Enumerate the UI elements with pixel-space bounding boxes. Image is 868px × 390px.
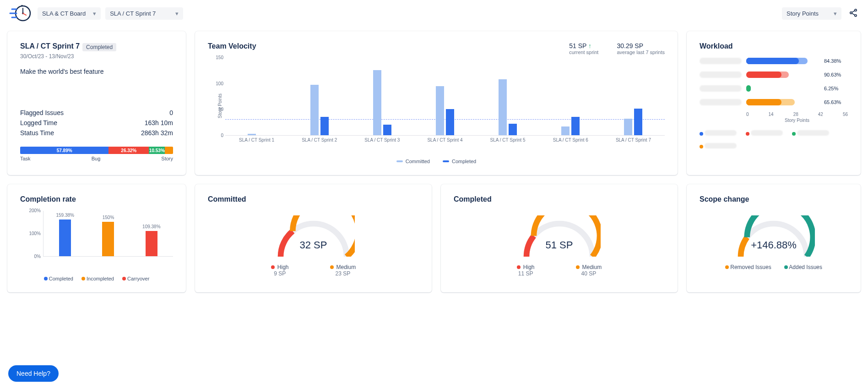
arrow-up-icon: ↑ xyxy=(588,42,591,49)
chevron-down-icon: ▾ xyxy=(93,10,96,17)
unit-select-label: Story Points xyxy=(787,10,819,17)
legend-item: Committed xyxy=(396,159,430,164)
completion-card: Completion rate 0%100%200%159.38%150%109… xyxy=(7,184,186,292)
issue-type-bar: 57.89%26.32%10.53% xyxy=(20,147,173,154)
flagged-value: 0 xyxy=(169,109,173,116)
workload-legend xyxy=(700,130,848,149)
completion-title: Completion rate xyxy=(20,195,173,203)
issue-type-legend: TaskBugStory xyxy=(20,156,173,161)
sprint-goal: Make the world's best feature xyxy=(20,68,173,75)
share-button[interactable] xyxy=(846,8,861,19)
workload-row: 90.63% xyxy=(700,71,848,78)
app-logo xyxy=(7,4,33,23)
workload-title: Workload xyxy=(700,42,848,50)
statustime-value: 2863h 32m xyxy=(141,129,173,137)
velocity-current-label: current sprint xyxy=(569,49,598,55)
completion-legend: Completed Incompleted Carryover xyxy=(20,276,173,281)
status-badge: Completed xyxy=(82,43,116,51)
sprint-dates: 30/Oct/23 - 13/Nov/23 xyxy=(20,53,173,60)
logged-label: Logged Time xyxy=(20,119,57,126)
statustime-label: Status Time xyxy=(20,129,54,137)
sprint-title: SLA / CT Sprint 7 xyxy=(20,42,80,50)
header: SLA & CT Board ▾ SLA / CT Sprint 7 ▾ Sto… xyxy=(7,4,861,23)
committed-value: 32 SP xyxy=(300,239,327,251)
completion-chart: 0%100%200%159.38%150%109.38% xyxy=(43,211,173,257)
sprint-select-label: SLA / CT Sprint 7 xyxy=(110,10,156,17)
scope-title: Scope change xyxy=(700,195,749,203)
svg-line-3 xyxy=(23,13,26,15)
sprint-select[interactable]: SLA / CT Sprint 7 ▾ xyxy=(105,7,183,20)
workload-axis-label: Story Points xyxy=(700,118,848,123)
workload-row: 65.63% xyxy=(700,99,848,105)
scope-value: +146.88% xyxy=(751,239,797,251)
scope-card: Scope change +146.88% Removed Issues Add… xyxy=(687,184,861,292)
velocity-chart: Story Points 050100150 SLA / CT Sprint 1… xyxy=(208,58,665,154)
board-select[interactable]: SLA & CT Board ▾ xyxy=(38,7,101,20)
committed-card: Committed 32 SP High 9 SP Medium 23 SP xyxy=(195,184,432,292)
velocity-current: 51 SP xyxy=(569,42,586,49)
unit-select[interactable]: Story Points ▾ xyxy=(782,7,841,20)
completed-title: Completed xyxy=(454,195,492,203)
svg-line-9 xyxy=(852,13,855,15)
board-select-label: SLA & CT Board xyxy=(42,10,86,17)
workload-card: Workload 84.38%90.63%6.25%65.63% 0142842… xyxy=(687,31,861,175)
completed-value: 51 SP xyxy=(546,239,573,251)
completed-card: Completed 51 SP High 11 SP Medium 40 SP xyxy=(441,184,678,292)
chevron-down-icon: ▾ xyxy=(834,10,837,17)
velocity-avg: 30.29 SP xyxy=(617,42,665,49)
logged-value: 163h 10m xyxy=(145,119,173,126)
chevron-down-icon: ▾ xyxy=(175,10,179,17)
flagged-label: Flagged Issues xyxy=(20,109,64,116)
velocity-ylabel: Story Points xyxy=(217,93,222,118)
legend-item: Completed xyxy=(443,159,476,164)
workload-axis: 014284256 xyxy=(700,112,848,117)
sprint-info-card: SLA / CT Sprint 7 Completed 30/Oct/23 - … xyxy=(7,31,186,175)
svg-point-4 xyxy=(21,5,23,7)
committed-title: Committed xyxy=(208,195,246,203)
workload-row: 84.38% xyxy=(700,58,848,64)
velocity-card: Team Velocity 51 SP ↑ current sprint 30.… xyxy=(195,31,678,175)
workload-row: 6.25% xyxy=(700,85,848,92)
velocity-title: Team Velocity xyxy=(208,42,256,50)
svg-line-8 xyxy=(852,11,855,12)
velocity-avg-label: average last 7 sprints xyxy=(617,49,665,55)
